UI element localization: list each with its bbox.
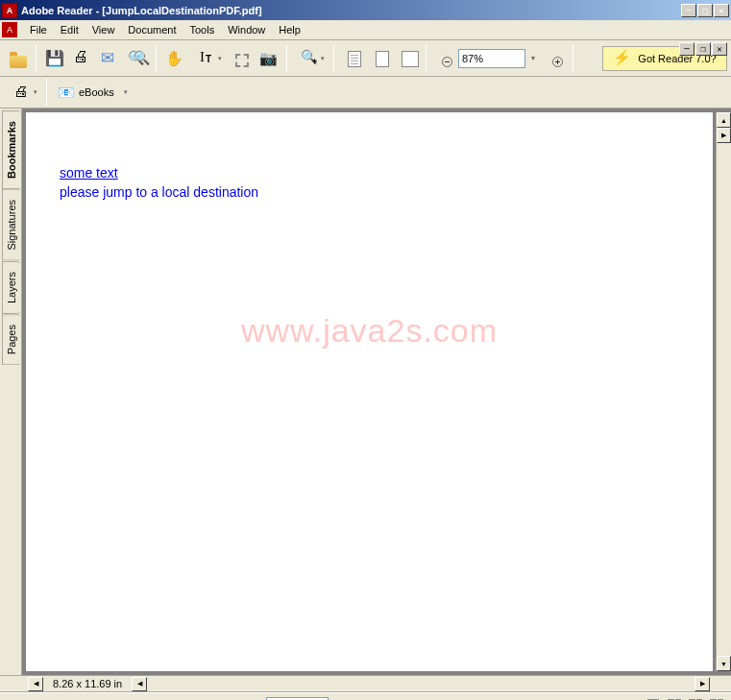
snapshot-button[interactable] bbox=[228, 45, 254, 71]
menu-edit[interactable]: Edit bbox=[54, 22, 85, 37]
scroll-up-button-2[interactable]: ▶ bbox=[717, 128, 731, 143]
last-page-button[interactable] bbox=[355, 696, 377, 701]
page-fit-icon bbox=[376, 51, 389, 67]
save-icon bbox=[45, 49, 64, 68]
prev-page-button[interactable] bbox=[239, 696, 260, 701]
page-info-bar: ◀ 8.26 x 11.69 in ◀ ▶ bbox=[0, 675, 731, 692]
text-select-icon bbox=[198, 49, 217, 68]
menu-view[interactable]: View bbox=[85, 22, 122, 37]
hscroll-left-inner[interactable]: ◀ bbox=[132, 677, 147, 691]
hscroll-right-button[interactable]: ▶ bbox=[694, 677, 710, 691]
hand-icon bbox=[165, 49, 184, 68]
main-area: Bookmarks Signatures Layers Pages some t… bbox=[0, 109, 731, 675]
hand-tool-button[interactable] bbox=[161, 45, 187, 71]
zoom-in-icon bbox=[301, 49, 320, 68]
fit-width-button[interactable] bbox=[395, 45, 421, 71]
scroll-track[interactable] bbox=[717, 143, 731, 656]
page-nav-group bbox=[218, 696, 428, 701]
separator bbox=[156, 45, 157, 72]
create-pdf-button[interactable] bbox=[5, 80, 41, 106]
fit-page-button[interactable] bbox=[367, 45, 393, 71]
menu-file[interactable]: File bbox=[23, 22, 54, 37]
save-button[interactable] bbox=[41, 45, 67, 71]
secondary-toolbar: eBooks bbox=[0, 77, 731, 109]
menu-window[interactable]: Window bbox=[221, 22, 272, 37]
page-actual-icon bbox=[348, 51, 361, 67]
folder-open-icon bbox=[10, 56, 27, 68]
maximize-button[interactable]: □ bbox=[697, 4, 713, 17]
menu-document[interactable]: Document bbox=[121, 22, 183, 37]
select-text-button[interactable] bbox=[189, 45, 226, 71]
minus-icon bbox=[442, 57, 452, 67]
minimize-button[interactable]: ─ bbox=[681, 4, 696, 17]
create-pdf-icon bbox=[13, 83, 33, 102]
menu-bar: A File Edit View Document Tools Window H… bbox=[0, 20, 731, 40]
doc-restore-button[interactable]: ❐ bbox=[695, 42, 711, 56]
pdf-link-1[interactable]: some text bbox=[60, 165, 118, 181]
sidebar-tab-layers[interactable]: Layers bbox=[2, 261, 20, 314]
hscroll-left-button[interactable]: ◀ bbox=[28, 677, 43, 691]
title-bar: A Adobe Reader - [JumpLocalDestinationPD… bbox=[0, 0, 731, 20]
forward-button[interactable] bbox=[407, 696, 428, 701]
separator bbox=[36, 45, 37, 72]
back-button[interactable] bbox=[386, 696, 407, 701]
page-size-label: 8.26 x 11.69 in bbox=[53, 678, 122, 689]
vertical-scrollbar[interactable]: ▲ ▶ ▼ bbox=[716, 112, 731, 671]
continuous-view-button[interactable] bbox=[664, 696, 685, 701]
sidebar-tab-signatures[interactable]: Signatures bbox=[2, 189, 20, 261]
page-number-input[interactable] bbox=[266, 697, 329, 701]
ebooks-button[interactable]: eBooks bbox=[51, 81, 133, 104]
got-reader-icon bbox=[613, 49, 632, 68]
zoom-out-button[interactable] bbox=[431, 45, 457, 71]
hscroll-track[interactable] bbox=[147, 677, 694, 691]
camera-button[interactable] bbox=[256, 45, 281, 71]
status-bar bbox=[0, 692, 731, 700]
page-viewport[interactable]: some text please jump to a local destina… bbox=[26, 112, 716, 671]
doc-close-button[interactable]: ✕ bbox=[712, 42, 727, 56]
mail-icon bbox=[101, 49, 120, 68]
zoom-in-plus-button[interactable] bbox=[542, 45, 568, 71]
zoom-dropdown[interactable]: ▾ bbox=[526, 45, 540, 71]
facing-view-button[interactable] bbox=[685, 696, 706, 701]
plus-icon bbox=[552, 57, 563, 67]
page-layout-group bbox=[643, 696, 727, 701]
binoculars-icon bbox=[129, 49, 148, 68]
sidebar-tab-bookmarks[interactable]: Bookmarks bbox=[2, 110, 20, 189]
snapshot-icon bbox=[235, 54, 249, 67]
separator bbox=[333, 45, 334, 72]
print-button[interactable] bbox=[69, 45, 95, 71]
pdf-link-2[interactable]: please jump to a local destination bbox=[60, 184, 258, 200]
menu-tools[interactable]: Tools bbox=[183, 22, 222, 37]
next-page-button[interactable] bbox=[334, 696, 355, 701]
single-page-view-button[interactable] bbox=[643, 696, 664, 701]
main-toolbar: ▾ Got Reader 7.0? bbox=[0, 40, 731, 77]
first-page-button[interactable] bbox=[218, 696, 239, 701]
sidebar-tab-pages[interactable]: Pages bbox=[2, 314, 20, 365]
close-button[interactable]: ✕ bbox=[714, 4, 729, 17]
search-button[interactable] bbox=[125, 45, 151, 71]
separator bbox=[46, 79, 47, 106]
doc-app-icon: A bbox=[2, 22, 17, 37]
open-button[interactable] bbox=[5, 45, 31, 71]
continuous-facing-button[interactable] bbox=[706, 696, 727, 701]
pdf-page: some text please jump to a local destina… bbox=[26, 112, 713, 671]
doc-minimize-button[interactable]: ─ bbox=[679, 42, 694, 56]
separator bbox=[286, 45, 287, 72]
camera-icon bbox=[259, 49, 279, 68]
print-icon bbox=[73, 49, 92, 68]
document-area: some text please jump to a local destina… bbox=[22, 109, 731, 675]
horizontal-scrollbar[interactable]: ◀ ▶ bbox=[132, 677, 710, 691]
zoom-level-input[interactable] bbox=[458, 49, 525, 68]
ebooks-label: eBooks bbox=[79, 86, 114, 98]
scroll-up-button[interactable]: ▲ bbox=[717, 112, 731, 128]
app-icon: A bbox=[2, 3, 17, 18]
watermark-text: www.java2s.com bbox=[241, 312, 498, 350]
separator bbox=[573, 45, 573, 72]
actual-size-button[interactable] bbox=[339, 45, 365, 71]
email-button[interactable] bbox=[97, 45, 123, 71]
separator bbox=[426, 45, 426, 72]
navigation-sidebar: Bookmarks Signatures Layers Pages bbox=[0, 109, 22, 675]
zoom-in-button[interactable] bbox=[292, 45, 329, 71]
menu-help[interactable]: Help bbox=[272, 22, 307, 37]
scroll-down-button[interactable]: ▼ bbox=[717, 656, 731, 671]
